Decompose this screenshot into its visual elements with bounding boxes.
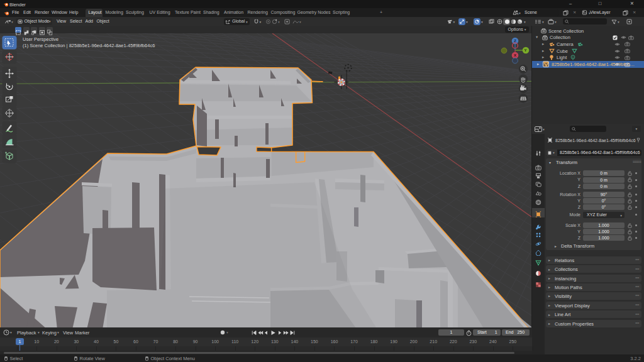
svg-text:(1) Scene Collection | 8258b5e: (1) Scene Collection | 8258b5e1-96ed-464… xyxy=(23,43,155,48)
svg-text:X: X xyxy=(514,53,516,57)
svg-text:Y: Y xyxy=(524,48,526,52)
svg-text:Z: Z xyxy=(514,39,516,43)
svg-text:User Perspective: User Perspective xyxy=(23,36,58,42)
